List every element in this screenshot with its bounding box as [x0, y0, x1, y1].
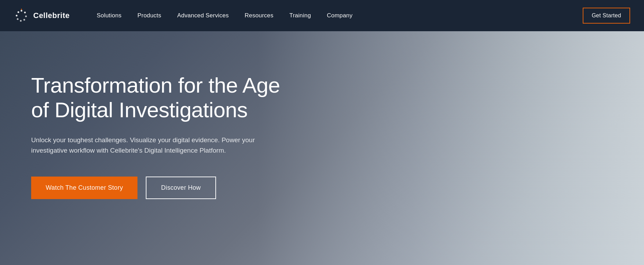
nav-products[interactable]: Products	[131, 9, 168, 23]
svg-point-2	[25, 16, 27, 17]
svg-point-5	[17, 18, 19, 20]
svg-point-4	[20, 20, 22, 22]
logo-link[interactable]: Cellebrite	[14, 8, 70, 23]
svg-point-1	[24, 12, 26, 14]
svg-point-8	[21, 9, 22, 9]
svg-point-3	[24, 19, 25, 21]
logo-text: Cellebrite	[33, 11, 70, 20]
svg-point-0	[21, 10, 23, 12]
nav-advanced-services[interactable]: Advanced Services	[171, 9, 235, 23]
svg-point-6	[16, 15, 18, 17]
nav-solutions[interactable]: Solutions	[90, 9, 128, 23]
navbar: Cellebrite Solutions Products Advanced S…	[0, 0, 644, 31]
cellebrite-logo-icon	[14, 8, 29, 23]
hero-title: Transformation for the Age of Digital In…	[31, 73, 301, 122]
watch-customer-story-button[interactable]: Watch The Customer Story	[31, 177, 137, 199]
hero-subtitle: Unlock your toughest challenges. Visuali…	[31, 135, 267, 156]
discover-how-button[interactable]: Discover How	[146, 177, 216, 199]
svg-point-7	[18, 11, 19, 13]
get-started-button[interactable]: Get Started	[583, 8, 630, 24]
hero-section: Transformation for the Age of Digital In…	[0, 31, 644, 265]
nav-company[interactable]: Company	[321, 9, 359, 23]
hero-content: Transformation for the Age of Digital In…	[31, 73, 301, 199]
navbar-nav: Solutions Products Advanced Services Res…	[90, 9, 583, 23]
hero-buttons: Watch The Customer Story Discover How	[31, 177, 301, 199]
nav-training[interactable]: Training	[283, 9, 317, 23]
nav-resources[interactable]: Resources	[239, 9, 280, 23]
